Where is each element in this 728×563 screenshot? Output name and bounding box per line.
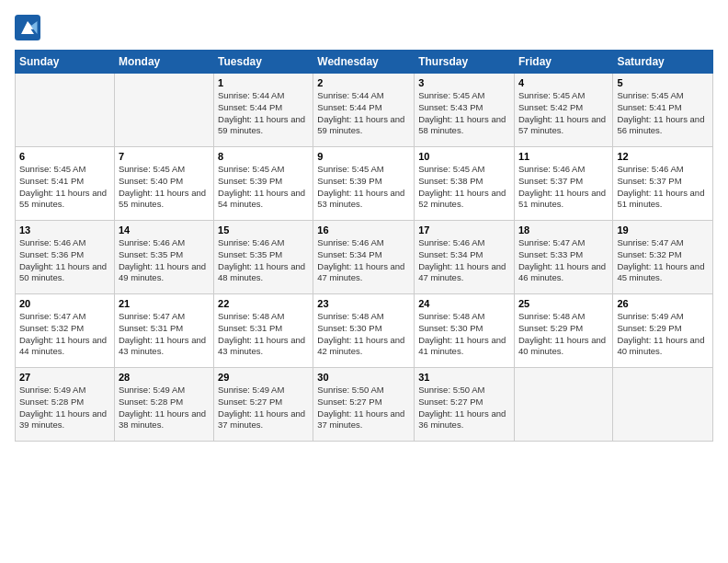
day-number: 11 xyxy=(518,151,609,162)
day-info: Sunrise: 5:47 AMSunset: 5:33 PMDaylight:… xyxy=(518,237,609,284)
day-number: 7 xyxy=(119,151,210,162)
day-info: Sunrise: 5:47 AMSunset: 5:31 PMDaylight:… xyxy=(119,311,210,358)
day-number: 20 xyxy=(19,298,110,309)
day-number: 18 xyxy=(518,224,609,236)
day-info: Sunrise: 5:46 AMSunset: 5:34 PMDaylight:… xyxy=(418,237,510,284)
day-info: Sunrise: 5:48 AMSunset: 5:30 PMDaylight:… xyxy=(317,311,410,358)
calendar-cell: 25Sunrise: 5:48 AMSunset: 5:29 PMDayligh… xyxy=(514,294,612,368)
day-number: 25 xyxy=(518,298,609,309)
day-info: Sunrise: 5:45 AMSunset: 5:41 PMDaylight:… xyxy=(617,90,709,137)
day-info: Sunrise: 5:46 AMSunset: 5:35 PMDaylight:… xyxy=(218,237,309,284)
calendar-cell: 27Sunrise: 5:49 AMSunset: 5:28 PMDayligh… xyxy=(16,368,115,442)
calendar-cell xyxy=(613,368,713,442)
day-info: Sunrise: 5:47 AMSunset: 5:32 PMDaylight:… xyxy=(19,311,110,358)
weekday-header-wednesday: Wednesday xyxy=(313,51,415,74)
day-number: 4 xyxy=(518,77,609,88)
day-info: Sunrise: 5:46 AMSunset: 5:37 PMDaylight:… xyxy=(617,164,709,211)
day-number: 31 xyxy=(418,372,510,383)
calendar-cell: 12Sunrise: 5:46 AMSunset: 5:37 PMDayligh… xyxy=(613,147,713,221)
day-number: 19 xyxy=(617,224,709,236)
day-number: 14 xyxy=(119,224,210,236)
calendar-week-1: 1Sunrise: 5:44 AMSunset: 5:44 PMDaylight… xyxy=(16,74,713,147)
calendar-cell: 23Sunrise: 5:48 AMSunset: 5:30 PMDayligh… xyxy=(313,294,415,368)
calendar-cell: 5Sunrise: 5:45 AMSunset: 5:41 PMDaylight… xyxy=(613,74,713,147)
day-number: 9 xyxy=(317,151,410,162)
calendar-cell: 20Sunrise: 5:47 AMSunset: 5:32 PMDayligh… xyxy=(16,294,115,368)
day-info: Sunrise: 5:44 AMSunset: 5:44 PMDaylight:… xyxy=(218,90,309,137)
calendar-cell: 2Sunrise: 5:44 AMSunset: 5:44 PMDaylight… xyxy=(313,74,415,147)
day-number: 26 xyxy=(617,298,709,309)
day-number: 2 xyxy=(317,77,410,88)
day-info: Sunrise: 5:48 AMSunset: 5:29 PMDaylight:… xyxy=(518,311,609,358)
page: SundayMondayTuesdayWednesdayThursdayFrid… xyxy=(0,0,728,563)
calendar-cell: 24Sunrise: 5:48 AMSunset: 5:30 PMDayligh… xyxy=(415,294,515,368)
day-number: 13 xyxy=(19,224,110,236)
calendar-cell: 13Sunrise: 5:46 AMSunset: 5:36 PMDayligh… xyxy=(16,221,115,294)
calendar-cell: 17Sunrise: 5:46 AMSunset: 5:34 PMDayligh… xyxy=(415,221,515,294)
day-info: Sunrise: 5:46 AMSunset: 5:37 PMDaylight:… xyxy=(518,164,609,211)
day-info: Sunrise: 5:44 AMSunset: 5:44 PMDaylight:… xyxy=(317,90,410,137)
weekday-header-thursday: Thursday xyxy=(415,51,515,74)
day-number: 5 xyxy=(617,77,709,88)
calendar-week-5: 27Sunrise: 5:49 AMSunset: 5:28 PMDayligh… xyxy=(16,368,713,442)
calendar-week-3: 13Sunrise: 5:46 AMSunset: 5:36 PMDayligh… xyxy=(16,221,713,294)
calendar-week-4: 20Sunrise: 5:47 AMSunset: 5:32 PMDayligh… xyxy=(16,294,713,368)
calendar-cell: 7Sunrise: 5:45 AMSunset: 5:40 PMDaylight… xyxy=(114,147,213,221)
day-info: Sunrise: 5:46 AMSunset: 5:36 PMDaylight:… xyxy=(19,237,110,284)
day-info: Sunrise: 5:49 AMSunset: 5:29 PMDaylight:… xyxy=(617,311,709,358)
day-info: Sunrise: 5:49 AMSunset: 5:27 PMDaylight:… xyxy=(218,385,309,431)
day-info: Sunrise: 5:45 AMSunset: 5:39 PMDaylight:… xyxy=(218,164,309,211)
day-info: Sunrise: 5:45 AMSunset: 5:40 PMDaylight:… xyxy=(119,164,210,211)
calendar-cell: 26Sunrise: 5:49 AMSunset: 5:29 PMDayligh… xyxy=(613,294,713,368)
day-number: 1 xyxy=(218,77,309,88)
calendar-cell: 14Sunrise: 5:46 AMSunset: 5:35 PMDayligh… xyxy=(114,221,213,294)
day-number: 22 xyxy=(218,298,309,309)
day-number: 10 xyxy=(418,151,510,162)
day-info: Sunrise: 5:46 AMSunset: 5:35 PMDaylight:… xyxy=(119,237,210,284)
weekday-header-row: SundayMondayTuesdayWednesdayThursdayFrid… xyxy=(16,51,713,74)
calendar-cell: 30Sunrise: 5:50 AMSunset: 5:27 PMDayligh… xyxy=(313,368,415,442)
day-info: Sunrise: 5:48 AMSunset: 5:30 PMDaylight:… xyxy=(418,311,510,358)
calendar: SundayMondayTuesdayWednesdayThursdayFrid… xyxy=(15,50,713,442)
weekday-header-tuesday: Tuesday xyxy=(214,51,313,74)
weekday-header-friday: Friday xyxy=(514,51,612,74)
day-number: 16 xyxy=(317,224,410,236)
calendar-week-2: 6Sunrise: 5:45 AMSunset: 5:41 PMDaylight… xyxy=(16,147,713,221)
calendar-cell: 22Sunrise: 5:48 AMSunset: 5:31 PMDayligh… xyxy=(214,294,313,368)
day-info: Sunrise: 5:48 AMSunset: 5:31 PMDaylight:… xyxy=(218,311,309,358)
calendar-cell: 15Sunrise: 5:46 AMSunset: 5:35 PMDayligh… xyxy=(214,221,313,294)
weekday-header-monday: Monday xyxy=(114,51,213,74)
calendar-cell xyxy=(514,368,612,442)
calendar-cell: 3Sunrise: 5:45 AMSunset: 5:43 PMDaylight… xyxy=(415,74,515,147)
calendar-cell: 1Sunrise: 5:44 AMSunset: 5:44 PMDaylight… xyxy=(214,74,313,147)
day-number: 28 xyxy=(119,372,210,383)
calendar-cell: 18Sunrise: 5:47 AMSunset: 5:33 PMDayligh… xyxy=(514,221,612,294)
calendar-cell xyxy=(16,74,115,147)
day-number: 27 xyxy=(19,372,110,383)
day-info: Sunrise: 5:45 AMSunset: 5:42 PMDaylight:… xyxy=(518,90,609,137)
day-number: 17 xyxy=(418,224,510,236)
calendar-cell: 11Sunrise: 5:46 AMSunset: 5:37 PMDayligh… xyxy=(514,147,612,221)
day-info: Sunrise: 5:45 AMSunset: 5:41 PMDaylight:… xyxy=(19,164,110,211)
calendar-cell: 19Sunrise: 5:47 AMSunset: 5:32 PMDayligh… xyxy=(613,221,713,294)
logo-icon xyxy=(15,15,40,40)
calendar-cell: 31Sunrise: 5:50 AMSunset: 5:27 PMDayligh… xyxy=(415,368,515,442)
calendar-cell: 21Sunrise: 5:47 AMSunset: 5:31 PMDayligh… xyxy=(114,294,213,368)
calendar-cell: 4Sunrise: 5:45 AMSunset: 5:42 PMDaylight… xyxy=(514,74,612,147)
day-number: 21 xyxy=(119,298,210,309)
day-number: 12 xyxy=(617,151,709,162)
calendar-cell: 8Sunrise: 5:45 AMSunset: 5:39 PMDaylight… xyxy=(214,147,313,221)
day-number: 24 xyxy=(418,298,510,309)
day-info: Sunrise: 5:49 AMSunset: 5:28 PMDaylight:… xyxy=(119,385,210,431)
calendar-cell: 6Sunrise: 5:45 AMSunset: 5:41 PMDaylight… xyxy=(16,147,115,221)
day-number: 30 xyxy=(317,372,410,383)
day-info: Sunrise: 5:47 AMSunset: 5:32 PMDaylight:… xyxy=(617,237,709,284)
header xyxy=(15,15,713,40)
day-info: Sunrise: 5:50 AMSunset: 5:27 PMDaylight:… xyxy=(418,385,510,431)
day-info: Sunrise: 5:45 AMSunset: 5:39 PMDaylight:… xyxy=(317,164,410,211)
calendar-cell: 9Sunrise: 5:45 AMSunset: 5:39 PMDaylight… xyxy=(313,147,415,221)
day-number: 29 xyxy=(218,372,309,383)
day-number: 6 xyxy=(19,151,110,162)
day-number: 15 xyxy=(218,224,309,236)
day-number: 8 xyxy=(218,151,309,162)
